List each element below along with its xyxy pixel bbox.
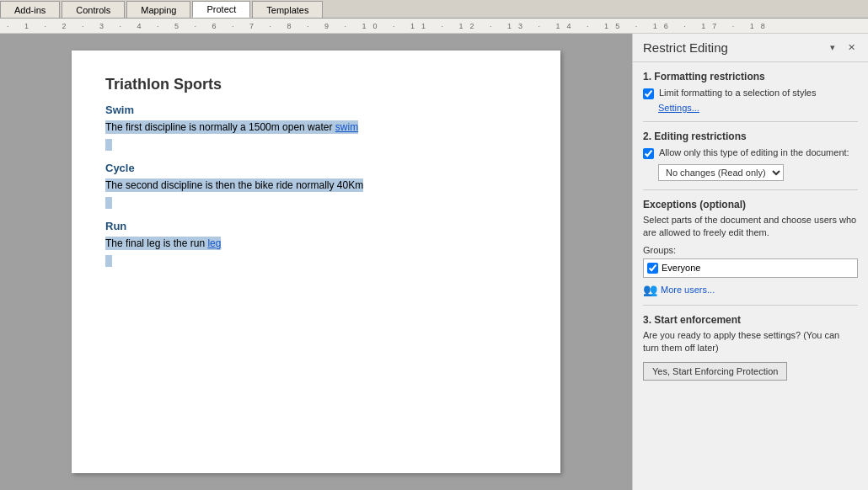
formatting-checkbox-row: Limit formatting to a selection of style… — [643, 88, 858, 99]
tab-templates[interactable]: Templates — [252, 1, 323, 18]
group-everyone: Everyone — [647, 261, 854, 275]
more-users-row[interactable]: 👥 More users... — [643, 283, 858, 296]
panel-title: Restrict Editing — [643, 40, 728, 55]
restrict-editing-panel: Restrict Editing ▾ ✕ 1. Formatting restr… — [632, 34, 868, 490]
editing-checkbox-row: Allow only this type of editing in the d… — [643, 147, 858, 159]
editing-checkbox[interactable] — [643, 148, 654, 159]
tab-mapping[interactable]: Mapping — [126, 1, 190, 18]
enforcement-desc: Are you ready to apply these settings? (… — [643, 329, 858, 355]
run-highlighted-text: The final leg is the run leg — [105, 237, 221, 250]
cycle-cursor — [105, 197, 112, 209]
divider-2 — [643, 189, 858, 190]
settings-link[interactable]: Settings... — [658, 103, 858, 113]
tab-add-ins[interactable]: Add-ins — [0, 1, 60, 18]
swim-cursor — [105, 139, 112, 151]
run-cursor-line — [105, 254, 527, 268]
document-area: Triathlon Sports Swim The first discipli… — [0, 34, 632, 490]
tab-controls[interactable]: Controls — [62, 1, 125, 18]
exceptions-desc: Select parts of the document and choose … — [643, 214, 858, 240]
section-run-para: The final leg is the run leg — [105, 236, 527, 251]
formatting-checkbox[interactable] — [643, 88, 654, 99]
main-area: Triathlon Sports Swim The first discipli… — [0, 34, 868, 490]
exceptions-title: Exceptions (optional) — [643, 199, 858, 210]
editing-section-label: 2. Editing restrictions — [643, 130, 858, 142]
enforcement-section-label: 3. Start enforcement — [643, 314, 858, 326]
group-everyone-checkbox[interactable] — [647, 263, 658, 274]
panel-header: Restrict Editing ▾ ✕ — [633, 34, 868, 62]
divider-1 — [643, 121, 858, 122]
panel-header-icons: ▾ ✕ — [826, 41, 858, 55]
ruler-content: · 1 · 2 · 3 · 4 · 5 · 6 · 7 · 8 · 9 · 10… — [3, 22, 865, 30]
cycle-cursor-line — [105, 196, 527, 210]
section-swim-para: The first discipline is normally a 1500m… — [105, 120, 527, 135]
tab-bar: Add-ins Controls Mapping Protect Templat… — [0, 0, 868, 19]
run-cursor — [105, 255, 112, 267]
panel-close-icon[interactable]: ✕ — [844, 41, 858, 55]
ruler: · 1 · 2 · 3 · 4 · 5 · 6 · 7 · 8 · 9 · 10… — [0, 19, 868, 34]
section-swim-heading: Swim — [105, 104, 527, 116]
panel-dropdown-icon[interactable]: ▾ — [826, 41, 839, 55]
formatting-checkbox-label: Limit formatting to a selection of style… — [659, 88, 816, 98]
group-everyone-label: Everyone — [662, 263, 700, 273]
document-title: Triathlon Sports — [105, 76, 527, 93]
document-page: Triathlon Sports Swim The first discipli… — [72, 51, 560, 473]
divider-3 — [643, 305, 858, 306]
enforce-button[interactable]: Yes, Start Enforcing Protection — [643, 362, 787, 381]
swim-link[interactable]: swim — [335, 121, 358, 133]
editing-dropdown[interactable]: No changes (Read only) Tracked changes C… — [658, 164, 784, 181]
swim-highlighted-text: The first discipline is normally a 1500m… — [105, 120, 358, 134]
tab-protect[interactable]: Protect — [192, 1, 250, 18]
formatting-section-label: 1. Formatting restrictions — [643, 71, 858, 83]
more-users-label[interactable]: More users... — [661, 285, 715, 295]
run-link[interactable]: leg — [207, 237, 221, 249]
editing-dropdown-row: No changes (Read only) Tracked changes C… — [658, 164, 858, 181]
groups-list: Everyone — [643, 258, 858, 278]
section-cycle-para: The second discipline is then the bike r… — [105, 178, 527, 193]
swim-cursor-line — [105, 138, 527, 152]
editing-checkbox-label: Allow only this type of editing in the d… — [659, 147, 849, 157]
groups-label: Groups: — [643, 245, 858, 255]
section-cycle-heading: Cycle — [105, 162, 527, 174]
section-run-heading: Run — [105, 220, 527, 232]
cycle-highlighted-text: The second discipline is then the bike r… — [105, 178, 363, 192]
users-icon: 👥 — [643, 283, 657, 296]
panel-body: 1. Formatting restrictions Limit formatt… — [633, 62, 868, 490]
